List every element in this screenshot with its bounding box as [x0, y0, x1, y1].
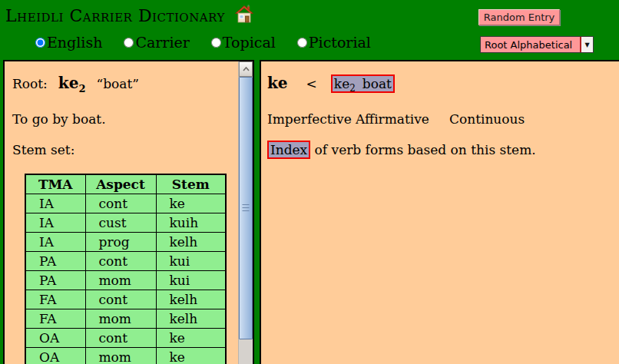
root-label: Root: — [12, 76, 48, 91]
table-row: FAcontkelh — [25, 290, 226, 309]
sort-order-select[interactable]: Root Alphabetical ▼ — [480, 36, 594, 53]
table-row: PAcontkui — [25, 251, 226, 270]
radio-option-pictorial[interactable]: Pictorial — [297, 34, 371, 51]
category-line: Imperfective AffirmativeContinuous — [267, 111, 619, 128]
header-stem: Stem — [156, 174, 226, 194]
root-entry-content: Root:ke2“boat” To go by boat. Stem set: … — [5, 61, 238, 364]
table-row: PAmomkui — [25, 270, 226, 290]
root-gloss: “boat” — [96, 76, 138, 91]
category-text: Imperfective Affirmative — [267, 111, 429, 127]
stem-table: TMA Aspect Stem IAcontke IAcustkuih IApr… — [25, 174, 227, 364]
topical-radio-label: Topical — [223, 34, 276, 51]
carrier-radio[interactable] — [124, 38, 134, 48]
scrollbar-thumb[interactable] — [239, 77, 253, 339]
radio-option-carrier[interactable]: Carrier — [124, 34, 189, 51]
derived-from-symbol: < — [306, 76, 317, 91]
chevron-up-icon — [243, 67, 250, 71]
pictorial-radio-label: Pictorial — [309, 34, 371, 51]
header-aspect: Aspect — [85, 174, 156, 194]
table-row: OAmomke — [25, 347, 226, 364]
table-row: IAprogkelh — [25, 232, 226, 251]
stem-headword: ke — [267, 74, 288, 92]
definition-text: To go by boat. — [12, 111, 238, 128]
root-homophone-number: 2 — [78, 83, 85, 94]
carrier-radio-label: Carrier — [135, 34, 189, 51]
english-radio-label: English — [47, 34, 102, 51]
scrollbar-grip-icon — [243, 204, 250, 212]
scrollbar-track[interactable] — [239, 77, 253, 364]
table-row: IAcustkuih — [25, 213, 226, 232]
radio-option-topical[interactable]: Topical — [211, 34, 276, 51]
header: Lheidli Carrier Dictionary — [5, 5, 254, 26]
stem-headline: ke<ke2boat — [267, 74, 619, 98]
header-tma: TMA — [25, 174, 85, 194]
table-row: IAcontke — [25, 194, 226, 213]
root-entry-panel: Root:ke2“boat” To go by boat. Stem set: … — [3, 60, 254, 364]
index-line-text: of verb forms based on this stem. — [310, 142, 535, 157]
left-panel-scrollbar[interactable] — [238, 61, 253, 364]
dropdown-arrow-icon[interactable]: ▼ — [580, 37, 593, 52]
pictorial-radio[interactable] — [297, 38, 307, 48]
scroll-up-button[interactable] — [239, 61, 253, 77]
root-line: Root:ke2“boat” — [12, 74, 238, 98]
view-mode-radios: English Carrier Topical Pictorial — [35, 34, 392, 51]
home-icon[interactable] — [234, 5, 254, 26]
stem-table-header-row: TMA Aspect Stem — [25, 174, 226, 194]
root-link[interactable]: ke2boat — [331, 74, 395, 93]
aspect-text: Continuous — [449, 111, 525, 127]
table-row: FAmomkelh — [25, 309, 226, 328]
index-link[interactable]: Index — [267, 141, 310, 159]
page-title: Lheidli Carrier Dictionary — [5, 6, 225, 25]
radio-option-english[interactable]: English — [35, 34, 102, 51]
english-radio[interactable] — [35, 38, 45, 48]
root-word: ke2 — [58, 74, 86, 92]
root-link-homophone-number: 2 — [349, 83, 356, 94]
stem-detail-panel: ke<ke2boat Imperfective AffirmativeConti… — [260, 60, 619, 364]
table-row: OAcontke — [25, 328, 226, 347]
root-link-gloss: boat — [362, 76, 392, 91]
topical-radio[interactable] — [211, 38, 221, 48]
stem-set-label: Stem set: — [12, 141, 238, 159]
sort-order-value: Root Alphabetical — [481, 37, 580, 52]
random-entry-button[interactable]: Random Entry — [478, 9, 560, 25]
index-line: Index of verb forms based on this stem. — [267, 141, 619, 159]
